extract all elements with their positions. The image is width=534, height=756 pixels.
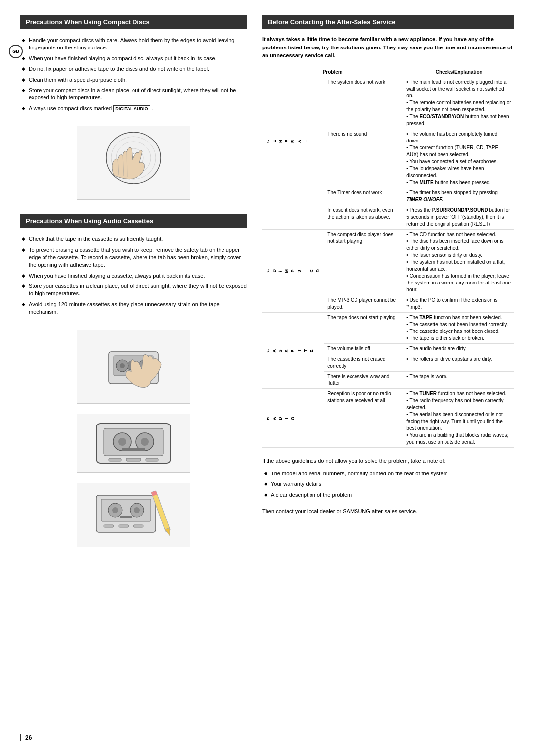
checks-cell: • The timer has been stopped by pressing…: [403, 188, 514, 205]
compact-discs-bullets: Handle your compact discs with care. Alw…: [20, 35, 247, 114]
cassette-svg-3: [82, 485, 185, 545]
svg-rect-24: [126, 458, 141, 461]
left-column: Precautions When Using Compact Discs Han…: [20, 15, 247, 552]
cassette-image-area-1: [20, 325, 247, 409]
bullet-item: Avoid using 120-minute cassettes as they…: [22, 299, 247, 318]
checks-cell: • The main lead is not correctly plugged…: [403, 77, 514, 129]
cassette-label-cell: CASSETTE: [262, 312, 324, 388]
col-problem-header: Problem: [262, 67, 403, 77]
cassette-image-area-3: [20, 478, 247, 552]
svg-rect-32: [120, 516, 132, 518]
gb-badge: GB: [9, 45, 23, 58]
checks-cell: • The CD function has not been selected.…: [403, 229, 514, 295]
bullet-item: Store your cassettes in a clean place, o…: [22, 281, 247, 299]
bottom-bullets: The model and serial numbers, normally p…: [262, 469, 514, 500]
bullet-item: Your warranty details: [264, 479, 514, 489]
svg-rect-25: [146, 458, 158, 461]
svg-rect-35: [134, 525, 143, 527]
svg-point-21: [141, 438, 149, 446]
svg-point-31: [134, 507, 140, 513]
problem-cell: The system does not work: [324, 77, 403, 129]
table-row: CASSETTE The tape does not start playing…: [262, 312, 514, 343]
general-label-cell: GENERAL: [262, 77, 324, 205]
problem-cell: The cassette is not erased correctly: [324, 354, 403, 371]
compact-discs-section: Precautions When Using Compact Discs Han…: [20, 15, 247, 205]
bottom-intro: If the above guidelines do not allow you…: [262, 457, 514, 465]
problem-cell: In case it does not work, even the actio…: [324, 205, 403, 229]
svg-rect-33: [104, 525, 114, 527]
problem-cell: There is no sound: [324, 129, 403, 188]
checks-cell: • The volume has been completely turned …: [403, 129, 514, 188]
svg-rect-34: [119, 525, 129, 527]
svg-rect-22: [122, 448, 145, 451]
cassette-image-2: [77, 414, 190, 473]
bottom-notes: If the above guidelines do not allow you…: [262, 457, 514, 516]
problem-cell: The compact disc player does not start p…: [324, 229, 403, 295]
problem-cell: The MP-3 CD player cannot be played.: [324, 295, 403, 312]
compact-discs-title: Precautions When Using Compact Discs: [20, 15, 247, 29]
bullet-item: To prevent erasing a cassette that you w…: [22, 245, 247, 271]
bullet-item: Store your compact discs in a clean plac…: [22, 85, 247, 103]
trouble-table: Problem Checks/Explanation GENERAL The s…: [262, 67, 514, 448]
checks-cell: • The tape is worn.: [403, 371, 514, 388]
checks-cell: • The audio heads are dirty.: [403, 343, 514, 354]
problem-cell: The Timer does not work: [324, 188, 403, 205]
bullet-item: Check that the tape in the cassette is s…: [22, 234, 247, 244]
cassette-image-area-2: [20, 409, 247, 478]
cassette-svg-2: [82, 416, 185, 471]
cassette-image-3: [77, 483, 190, 547]
bullet-item: Handle your compact discs with care. Alw…: [22, 35, 247, 53]
bullet-item: The model and serial numbers, normally p…: [264, 469, 514, 479]
empty-label-cell: [262, 205, 324, 229]
col-checks-header: Checks/Explanation: [403, 67, 514, 77]
cd-label-cell: CD/MP3CD: [262, 229, 324, 312]
intro-bold: It always takes a little time to become …: [262, 36, 512, 58]
table-row: GENERAL The system does not work • The m…: [262, 77, 514, 129]
svg-marker-37: [165, 528, 172, 537]
audio-cassettes-section: Precautions When Using Audio Cassettes C…: [20, 214, 247, 552]
svg-rect-23: [109, 458, 121, 461]
after-sales-title: Before Contacting the After-Sales Servic…: [262, 15, 514, 29]
radio-label-cell: RADIO: [262, 388, 324, 447]
svg-point-12: [120, 363, 125, 368]
hand-disc-svg: [84, 131, 183, 195]
svg-point-19: [118, 438, 126, 446]
checks-cell: • Use the PC to confirm if the extension…: [403, 295, 514, 312]
cassette-image-1: [77, 330, 190, 404]
right-column: Before Contacting the After-Sales Servic…: [262, 15, 514, 552]
compact-disc-image-area: [20, 121, 247, 205]
bullet-item: Do not fix paper or adhesive tape to the…: [22, 64, 247, 74]
bullet-item: A clear description of the problem: [264, 490, 514, 500]
problem-cell: The volume falls off: [324, 343, 403, 354]
gb-badge-text: GB: [12, 49, 19, 54]
problem-cell: The tape does not start playing: [324, 312, 403, 343]
bottom-contact: Then contact your local dealer or SAMSUN…: [262, 507, 514, 516]
checks-cell: • The rollers or drive capstans are dirt…: [403, 354, 514, 371]
svg-point-29: [112, 507, 118, 513]
checks-cell: • The TAPE function has not been selecte…: [403, 312, 514, 343]
compact-disc-image: [77, 126, 190, 200]
bullet-item: Always use compact discs marked DIGITAL …: [22, 103, 247, 114]
bullet-item: When you have finished playing a cassett…: [22, 271, 247, 281]
intro-text: It always takes a little time to become …: [262, 35, 514, 60]
table-row: RADIO Reception is poor or no radio stat…: [262, 388, 514, 447]
bullet-item: When you have finished playing a compact…: [22, 53, 247, 64]
audio-cassettes-title: Precautions When Using Audio Cassettes: [20, 214, 247, 228]
page-number: 26: [20, 734, 32, 741]
audio-cassettes-bullets: Check that the tape in the cassette is s…: [20, 234, 247, 318]
cassette-svg-1: [82, 332, 185, 401]
page: GB Precautions When Using Compact Discs …: [0, 0, 534, 756]
table-row: CD/MP3CD The compact disc player does no…: [262, 229, 514, 295]
checks-cell: • The TUNER function has not been select…: [403, 388, 514, 447]
checks-cell: • Press the P.SURROUND/P.SOUND button fo…: [403, 205, 514, 229]
bullet-item: Clean them with a special-purpose cloth.: [22, 75, 247, 85]
svg-rect-17: [104, 428, 163, 456]
table-row: In case it does not work, even the actio…: [262, 205, 514, 229]
problem-cell: There is excessive wow and flutter: [324, 371, 403, 388]
problem-cell: Reception is poor or no radio stations a…: [324, 388, 403, 447]
